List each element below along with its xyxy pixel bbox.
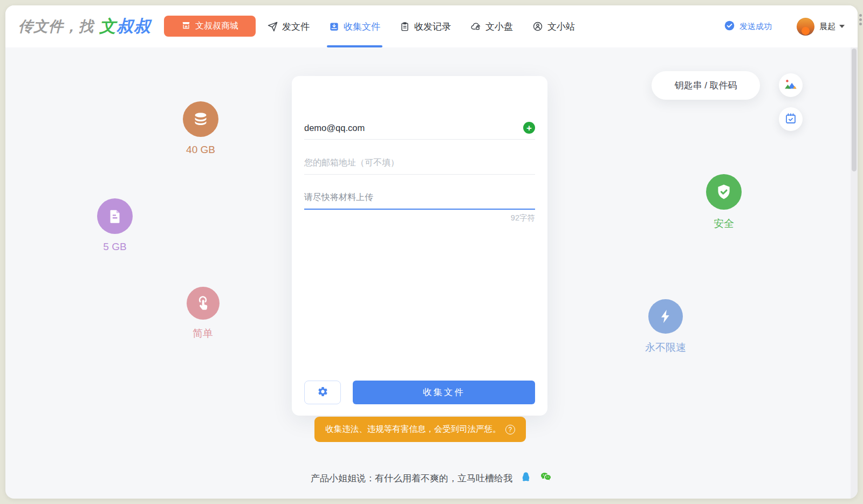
feature-label: 5 GB [103, 241, 126, 253]
nav-item-label: 文小盘 [485, 20, 513, 33]
gear-icon [317, 386, 328, 399]
warning-text: 收集违法、违规等有害信息，会受到司法严惩。 [325, 424, 501, 435]
store-icon [181, 20, 191, 32]
feature-label: 简单 [193, 327, 213, 341]
qq-icon[interactable] [520, 471, 532, 485]
avatar[interactable] [797, 18, 814, 36]
nav-item-cloud-disk[interactable]: 文小盘 [470, 5, 513, 47]
char-counter: 92字符 [511, 213, 535, 223]
task-calendar-button[interactable] [779, 107, 803, 131]
send-icon [268, 22, 278, 32]
nav-item-label: 收发记录 [414, 20, 451, 33]
message-value: 请尽快将材料上传 [304, 192, 373, 203]
nav-item-label: 发文件 [282, 20, 310, 33]
settings-button[interactable] [304, 381, 341, 404]
sender-email-placeholder: 您的邮箱地址（可不填） [304, 157, 399, 169]
wechat-icon[interactable] [539, 471, 552, 486]
gallery-button[interactable] [779, 73, 803, 97]
keychain-pickup-code-button[interactable]: 钥匙串 / 取件码 [652, 71, 760, 100]
shield-check-icon [706, 174, 742, 210]
image-mountain-icon [784, 78, 798, 93]
send-status-label: 发送成功 [739, 22, 772, 32]
collect-icon [329, 22, 339, 32]
store-button-label: 文叔叔商城 [195, 20, 238, 32]
feature-storage: 40 GB [171, 101, 230, 156]
question-circle-icon[interactable]: ? [505, 425, 515, 434]
tap-icon [187, 287, 220, 320]
document-icon [97, 198, 133, 234]
check-circle-icon [724, 20, 735, 33]
nav-item-label: 收集文件 [344, 20, 380, 33]
message-field[interactable]: 请尽快将材料上传 [304, 187, 535, 210]
main-content: 40 GB 5 GB [5, 47, 858, 499]
scrollbar-track[interactable] [851, 47, 858, 499]
app-window: 传文件，找 文 叔叔 文叔叔商城 [5, 5, 858, 499]
feature-simple: 简单 [173, 287, 232, 341]
main-nav: 发文件 收集文件 [268, 5, 575, 47]
cloud-disk-icon [470, 21, 481, 32]
feature-label: 永不限速 [645, 341, 686, 355]
feature-speed: 永不限速 [636, 299, 695, 355]
card-actions: 收集文件 [304, 381, 535, 404]
feature-label: 安全 [714, 217, 734, 231]
feature-label: 40 GB [186, 144, 215, 156]
recipient-email-value: demo@qq.com [304, 123, 365, 133]
header-right: 发送成功 晨起 [724, 5, 845, 47]
lightning-icon [648, 299, 683, 334]
collect-file-card: demo@qq.com + 您的邮箱地址（可不填） 请尽快将材料上传 92字符 [292, 76, 547, 416]
store-button[interactable]: 文叔叔商城 [164, 16, 256, 37]
nav-item-send-file[interactable]: 发文件 [268, 5, 310, 47]
edge-handle-dots [859, 14, 862, 25]
collect-file-button[interactable]: 收集文件 [353, 381, 535, 404]
footer: 产品小姐姐说：有什么用着不爽的，立马吐槽给我 [5, 471, 858, 486]
feature-file-size: 5 GB [85, 198, 145, 253]
nav-item-collect-file[interactable]: 收集文件 [329, 5, 380, 47]
send-status[interactable]: 发送成功 [724, 20, 772, 33]
scrollbar-thumb[interactable] [852, 49, 857, 171]
recipient-email-field[interactable]: demo@qq.com + [304, 116, 535, 140]
chevron-down-icon[interactable] [839, 25, 845, 28]
username[interactable]: 晨起 [819, 22, 835, 32]
nav-item-label: 文小站 [547, 20, 575, 33]
database-icon [183, 101, 218, 137]
warning-banner: 收集违法、违规等有害信息，会受到司法严惩。 ? [314, 417, 526, 442]
logo-green: 文 [99, 15, 117, 38]
feature-safe: 安全 [694, 174, 754, 231]
nav-item-records[interactable]: 收发记录 [400, 5, 451, 47]
nav-item-station[interactable]: 文小站 [532, 5, 575, 47]
records-icon [400, 22, 410, 32]
logo-tagline: 传文件，找 [18, 17, 94, 36]
footer-text: 产品小姐姐说：有什么用着不爽的，立马吐槽给我 [311, 472, 512, 485]
top-navbar: 传文件，找 文 叔叔 文叔叔商城 [5, 5, 858, 47]
calendar-check-icon [784, 112, 797, 127]
logo-blue: 叔叔 [117, 15, 151, 38]
sender-email-field[interactable]: 您的邮箱地址（可不填） [304, 151, 535, 175]
station-icon [532, 21, 543, 32]
desktop-frame: 传文件，找 文 叔叔 文叔叔商城 [0, 0, 863, 504]
brand-logo: 传文件，找 文 叔叔 [18, 5, 151, 47]
add-email-icon[interactable]: + [523, 122, 535, 134]
